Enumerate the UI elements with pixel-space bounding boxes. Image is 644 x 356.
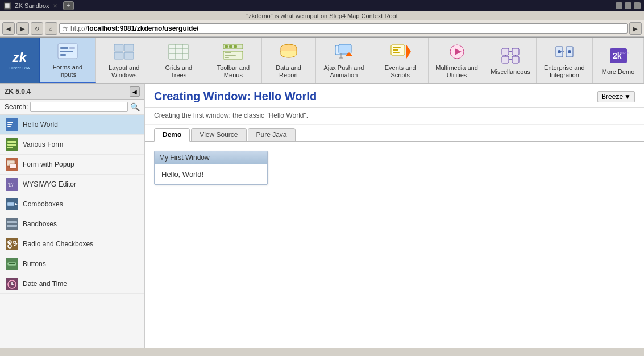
sidebar-item-comboboxes-label: Comboboxes (23, 200, 63, 208)
toolbar-enterprise[interactable]: Enterprise and Integration (537, 38, 593, 83)
sidebar-item-bandboxes-label: Bandboxes (23, 220, 57, 228)
svg-point-82 (11, 284, 13, 285)
toolbar-misc-label: Miscellaneous (491, 68, 530, 76)
toolbar-layout[interactable]: Layout and Windows (96, 38, 152, 83)
back-button[interactable]: ◀ (2, 22, 15, 35)
sidebar-header: ZK 5.0.4 ◀ (0, 84, 144, 100)
events-icon (389, 42, 412, 62)
more-demo-icon: 2k more (607, 45, 630, 66)
hello-world-icon (6, 118, 18, 131)
toolbar-forms[interactable]: Forms and Inputs (40, 38, 96, 83)
enterprise-icon (553, 42, 576, 62)
svg-rect-56 (7, 141, 16, 143)
forms-icon (56, 41, 79, 61)
address-bar[interactable]: ☆ http://localhost:9081/zkdemo/userguide… (59, 23, 628, 34)
various-form-icon (6, 138, 18, 151)
content-header: Creating Window: Hello World Breeze ▼ (145, 84, 644, 108)
svg-rect-16 (229, 45, 232, 48)
svg-point-46 (568, 50, 571, 53)
svg-rect-4 (69, 47, 75, 49)
toolbar-multimedia[interactable]: Multimedia and Utilities (429, 38, 485, 83)
bandboxes-icon (6, 218, 18, 230)
content-area: Creating Window: Hello World Breeze ▼ Cr… (145, 84, 644, 348)
new-tab-button[interactable]: + (63, 1, 74, 10)
title-bar: 🔲 ZK Sandbox ✕ + (0, 0, 644, 11)
toolbar-toolbar[interactable]: Toolbar and Menus (205, 38, 261, 83)
svg-rect-3 (60, 54, 66, 56)
content-subtitle: Creating the first window: the classic "… (145, 108, 644, 125)
tab-demo[interactable]: Demo (154, 128, 190, 142)
sidebar-search: Search: 🔍 (0, 100, 144, 115)
ajax-icon (333, 42, 355, 62)
misc-icon (499, 45, 522, 66)
toolbar-more[interactable]: 2k more More Demo (593, 38, 644, 83)
sidebar-item-radio-checkboxes[interactable]: Radio and Checkboxes (0, 234, 144, 254)
svg-rect-68 (7, 221, 17, 223)
sidebar-item-bandboxes[interactable]: Bandboxes (0, 214, 144, 234)
toolbar-more-label: More Demo (602, 68, 634, 76)
toolbar-data[interactable]: Data and Report (262, 38, 316, 83)
search-input[interactable] (30, 102, 128, 112)
toolbar-enterprise-label: Enterprise and Integration (541, 64, 588, 79)
nav-more-button[interactable]: ▶ (629, 22, 642, 35)
svg-rect-30 (393, 47, 401, 48)
content-subtitle-text: Creating the first window: the classic "… (154, 111, 308, 119)
url-host: localhost:9081/zkdemo/userguide/ (88, 24, 198, 32)
app-container: zk Direct RIA Forms and Inputs (0, 38, 644, 348)
demo-window-title: My First Window (155, 151, 267, 164)
sidebar-item-hello-world-label: Hello World (23, 121, 58, 129)
sidebar-item-buttons[interactable]: Buttons (0, 254, 144, 274)
window-controls (616, 2, 641, 9)
svg-rect-69 (7, 225, 17, 227)
app-logo: zk Direct RIA (0, 38, 40, 83)
browser-chrome: 🔲 ZK Sandbox ✕ + "zkdemo" is what we inp… (0, 0, 644, 38)
svg-text:T/: T/ (8, 181, 14, 188)
tab-close-icon[interactable]: ✕ (53, 3, 57, 9)
toolbar-ajax[interactable]: Ajax Push and Animation (316, 38, 372, 83)
svg-rect-8 (124, 52, 134, 59)
sidebar-item-form-popup-label: Form with Popup (23, 160, 74, 168)
svg-rect-6 (124, 44, 134, 51)
toolbar-events[interactable]: Events and Scripts (372, 38, 429, 83)
theme-dropdown[interactable]: Breeze ▼ (597, 91, 635, 102)
toolbar-grids[interactable]: Grids and Trees (152, 38, 205, 83)
demo-window-content: Hello, World! (155, 164, 267, 184)
star-icon: ☆ (62, 24, 68, 32)
toolbar-multimedia-label: Multimedia and Utilities (433, 64, 480, 79)
toolbar-toolbar-label: Toolbar and Menus (210, 64, 256, 79)
date-time-icon (6, 278, 18, 290)
tab-pure-java[interactable]: Pure Java (248, 128, 296, 141)
forward-button[interactable]: ▶ (16, 22, 29, 35)
tab-view-source[interactable]: View Source (191, 128, 246, 141)
sidebar-collapse-button[interactable]: ◀ (130, 86, 140, 97)
sidebar-item-date-time[interactable]: Date and Time (0, 274, 144, 294)
refresh-button[interactable]: ↻ (31, 22, 43, 35)
sidebar-item-various-form-label: Various Form (23, 140, 63, 148)
buttons-icon (6, 258, 18, 270)
layout-icon (113, 42, 135, 62)
svg-rect-9 (169, 44, 188, 59)
url-http: http:// (70, 24, 88, 32)
sidebar-item-comboboxes[interactable]: Comboboxes (0, 194, 144, 214)
toolbar-data-label: Data and Report (267, 64, 311, 79)
toolbar-misc[interactable]: Miscellaneous (485, 38, 537, 83)
sidebar-item-hello-world[interactable]: Hello World (0, 115, 144, 135)
sidebar-item-wysiwyg[interactable]: T/ WYSIWYG Editor (0, 175, 144, 194)
svg-rect-2 (60, 51, 73, 52)
svg-rect-61 (10, 164, 16, 168)
demo-window: My First Window Hello, World! (154, 151, 268, 185)
home-button[interactable]: ⌂ (45, 22, 57, 35)
sidebar-list: Hello World Various Form (0, 115, 144, 348)
svg-rect-7 (114, 52, 123, 59)
svg-rect-58 (7, 147, 13, 148)
sidebar-item-various-form[interactable]: Various Form (0, 135, 144, 155)
demo-area: My First Window Hello, World! (145, 142, 644, 196)
logo-zk-text: zk (13, 51, 27, 64)
sidebar-version: ZK 5.0.4 (5, 88, 31, 96)
svg-rect-21 (225, 57, 229, 58)
svg-rect-20 (225, 55, 236, 56)
sidebar-item-wysiwyg-label: WYSIWYG Editor (23, 180, 76, 188)
svg-rect-67 (6, 218, 18, 230)
tab-view-source-label: View Source (200, 131, 238, 139)
sidebar-item-form-popup[interactable]: Form with Popup (0, 155, 144, 175)
